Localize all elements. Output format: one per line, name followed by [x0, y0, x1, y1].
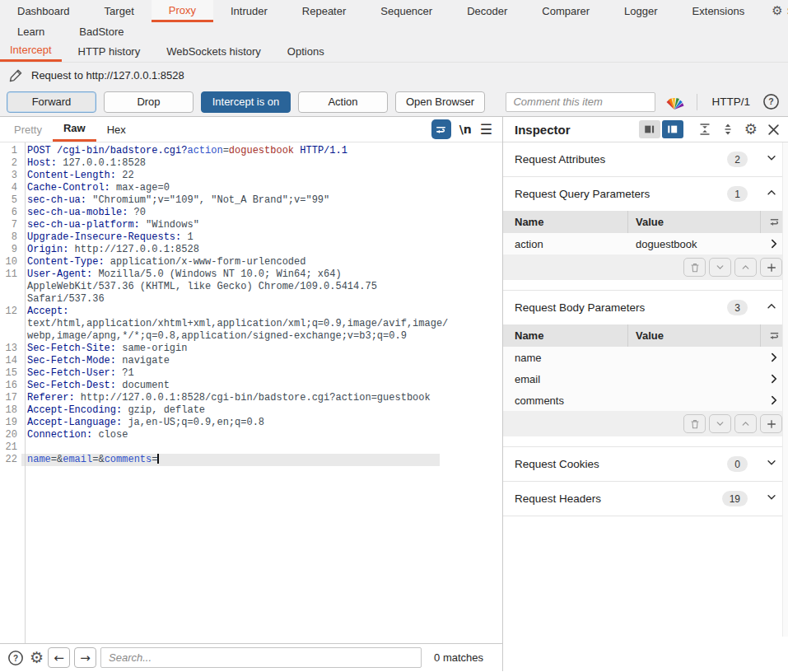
token-k: Sec-Fetch-User: [27, 367, 116, 379]
column-header-name: Name [503, 211, 628, 233]
wrap-lines-icon [768, 216, 781, 228]
tab-options[interactable]: Options [277, 40, 334, 62]
collapse-section-icon[interactable] [766, 187, 777, 201]
move-param-down-button[interactable] [709, 414, 731, 433]
http-version-selector[interactable]: HTTP/1 [708, 96, 753, 108]
expand-all-button[interactable] [697, 121, 713, 138]
section-body: NameValueactiondoguestbook [503, 211, 788, 290]
inspector-section-request-attributes: Request Attributes2 [503, 142, 788, 177]
token-v: Safari/537.36 [27, 293, 105, 305]
menu-item-proxy[interactable]: Proxy [152, 0, 213, 22]
section-count-badge: 3 [727, 300, 748, 315]
search-settings-gear-icon[interactable]: ⚙ [30, 650, 44, 665]
menu-item-logger[interactable]: Logger [607, 0, 674, 22]
token-v: webp,image/apng,*/*;q=0.8,application/si… [27, 330, 407, 342]
section-header-request-body-parameters[interactable]: Request Body Parameters3 [503, 291, 788, 324]
expand-section-icon[interactable] [766, 152, 777, 166]
open-browser-button[interactable]: Open Browser [395, 91, 485, 113]
menu-item-intruder[interactable]: Intruder [213, 0, 285, 22]
line-text: name=&email=&comments= [21, 454, 440, 466]
request-line: 11User-Agent: Mozilla/5.0 (Windows NT 10… [0, 268, 502, 281]
editor-tab-pretty[interactable]: Pretty [3, 117, 53, 142]
expand-section-icon[interactable] [766, 492, 777, 506]
delete-param-button[interactable] [683, 258, 706, 277]
request-line: 4Cache-Control: max-age=0 [0, 182, 502, 194]
collapse-all-button[interactable] [720, 121, 736, 138]
dock-right-button[interactable] [662, 120, 683, 138]
token-v: ?0 [128, 207, 146, 218]
section-header-request-headers[interactable]: Request Headers19 [503, 482, 788, 516]
intercept-toggle-button[interactable]: Intercept is on [201, 91, 291, 113]
main-menu-bar: DashboardTargetProxyIntruderRepeaterSequ… [0, 0, 788, 22]
token-k: Content-Type: [27, 256, 105, 268]
chevron-down-icon [766, 492, 777, 503]
move-param-down-button[interactable] [709, 258, 731, 277]
help-button[interactable]: ? [761, 91, 781, 112]
request-line: 18Accept-Encoding: gzip, deflate [0, 404, 502, 417]
menu-item-learn[interactable]: Learn [0, 22, 62, 40]
highlight-color-button[interactable] [663, 92, 686, 112]
action-button[interactable]: Action [298, 91, 388, 113]
request-title: Request to http://127.0.0.1:8528 [31, 69, 184, 82]
search-next-button[interactable]: → [74, 647, 96, 668]
line-number: 10 [0, 256, 21, 268]
comment-input[interactable] [506, 92, 655, 112]
menu-item-sequencer[interactable]: Sequencer [363, 0, 450, 22]
tab-websockets-history[interactable]: WebSockets history [156, 40, 271, 62]
param-name: comments [503, 390, 628, 411]
section-header-request-query-parameters[interactable]: Request Query Parameters1 [503, 177, 788, 211]
menu-item-comparer[interactable]: Comparer [525, 0, 607, 22]
search-help-button[interactable]: ? [6, 648, 26, 668]
drop-button[interactable]: Drop [104, 91, 194, 113]
param-table-header: NameValue [503, 211, 788, 233]
menu-item-dashboard[interactable]: Dashboard [0, 0, 87, 22]
editor-tab-raw[interactable]: Raw [53, 117, 96, 142]
add-param-button[interactable] [760, 258, 782, 277]
expand-section-icon[interactable] [766, 457, 777, 471]
forward-button[interactable]: Forward [7, 91, 96, 113]
param-row[interactable]: name [503, 347, 788, 368]
settings-button[interactable]: ⚙ Settings [762, 0, 788, 22]
token-k: POST /cgi-bin/badstore.cgi? [27, 145, 187, 156]
editor-tab-hex[interactable]: Hex [96, 117, 137, 142]
add-param-button[interactable] [760, 414, 782, 433]
collapse-section-icon[interactable] [766, 301, 777, 315]
show-newlines-toggle[interactable]: \n [459, 123, 472, 136]
editor-menu-icon[interactable]: ☰ [480, 121, 492, 138]
inspector-settings-button[interactable]: ⚙ [743, 120, 759, 138]
move-param-up-button[interactable] [734, 414, 757, 433]
column-header-name: Name [503, 324, 628, 347]
delete-param-button[interactable] [683, 414, 706, 433]
request-raw-view[interactable]: 1POST /cgi-bin/badstore.cgi?action=dogue… [0, 142, 502, 643]
expand-all-icon [698, 123, 711, 136]
param-row[interactable]: actiondoguestbook [503, 233, 788, 254]
menu-item-decoder[interactable]: Decoder [450, 0, 525, 22]
add-icon [766, 418, 777, 430]
section-header-request-cookies[interactable]: Request Cookies0 [503, 447, 788, 481]
param-row[interactable]: comments [503, 390, 788, 411]
menu-item-extensions[interactable]: Extensions [675, 0, 762, 22]
search-previous-button[interactable]: ← [48, 647, 70, 668]
token-v: = [223, 145, 229, 156]
inspector-scrollbar[interactable] [782, 142, 788, 637]
tab-intercept[interactable]: Intercept [0, 40, 62, 62]
line-text: Safari/537.36 [21, 293, 105, 306]
dock-left-button[interactable] [639, 120, 660, 138]
param-row[interactable]: email [503, 368, 788, 390]
move-param-up-button[interactable] [734, 258, 757, 277]
soft-wrap-toggle-button[interactable] [431, 119, 451, 139]
menu-item-target[interactable]: Target [87, 0, 152, 22]
section-header-request-attributes[interactable]: Request Attributes2 [503, 142, 788, 176]
request-line: 19Accept-Language: ja,en-US;q=0.9,en;q=0… [0, 417, 502, 429]
search-input[interactable] [100, 647, 422, 668]
token-k: Host: [27, 157, 57, 169]
pencil-icon [8, 68, 24, 83]
intercept-toolbar: Forward Drop Intercept is on Action Open… [0, 87, 788, 117]
inspector-close-button[interactable] [766, 122, 781, 138]
menu-item-repeater[interactable]: Repeater [285, 0, 363, 22]
tab-http-history[interactable]: HTTP history [68, 40, 151, 62]
menu-item-badstore[interactable]: BadStore [62, 22, 141, 40]
chevron-up-icon [766, 301, 777, 312]
main-split: PrettyRawHex \n ☰ 1POST /cgi-bin/badstor… [0, 117, 788, 671]
line-text: sec-ch-ua: "Chromium";v="109", "Not_A Br… [21, 194, 329, 207]
